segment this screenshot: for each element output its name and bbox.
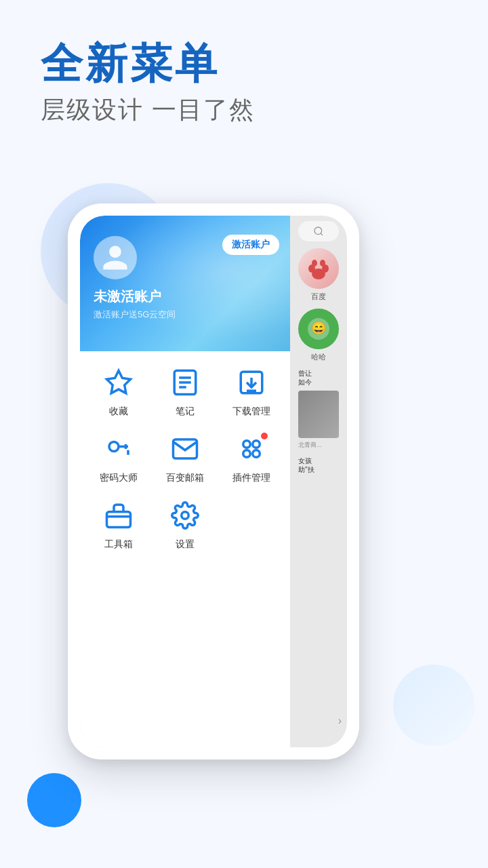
- notes-icon-wrap: [167, 365, 203, 400]
- news1-text: 曾让 如今: [298, 369, 339, 387]
- browser-panel: 百度 😄 哈哈 曾让 如今 北青商... 女孩 助"扶 ›: [290, 216, 347, 747]
- phone-outer: 激活账户 未激活账户 激活账户送5G云空间 收藏: [68, 203, 359, 760]
- favorites-label: 收藏: [109, 406, 128, 418]
- menu-panel: 激活账户 未激活账户 激活账户送5G云空间 收藏: [80, 216, 290, 747]
- phone-mockup: 激活账户 未激活账户 激活账户送5G云空间 收藏: [68, 203, 359, 760]
- svg-marker-0: [106, 371, 130, 393]
- haha-label: 哈哈: [311, 352, 326, 362]
- svg-point-14: [253, 441, 260, 448]
- bg-circle-bottom-right: [393, 665, 474, 746]
- svg-point-8: [109, 442, 119, 452]
- svg-point-19: [182, 512, 189, 519]
- email-label: 百变邮箱: [166, 472, 204, 484]
- activate-button[interactable]: 激活账户: [222, 235, 279, 255]
- avatar: [94, 236, 137, 279]
- svg-point-16: [253, 450, 260, 458]
- menu-item-download[interactable]: 下载管理: [220, 365, 283, 418]
- baidu-label: 百度: [311, 292, 326, 302]
- svg-point-20: [314, 227, 322, 235]
- password-icon-wrap: [101, 431, 136, 467]
- baidu-tab[interactable]: [298, 248, 339, 289]
- menu-item-toolbox[interactable]: 工具箱: [87, 498, 150, 551]
- download-icon-wrap: [234, 365, 269, 400]
- username: 未激活账户: [94, 288, 277, 306]
- settings-label: 设置: [176, 538, 195, 551]
- menu-item-favorites[interactable]: 收藏: [87, 365, 150, 418]
- password-label: 密码大师: [100, 472, 138, 484]
- menu-item-settings[interactable]: 设置: [153, 498, 216, 551]
- header-section: 全新菜单 层级设计 一目了然: [41, 41, 255, 127]
- menu-item-email[interactable]: 百变邮箱: [153, 431, 216, 484]
- profile-header: 激活账户 未激活账户 激活账户送5G云空间: [80, 216, 290, 351]
- news1-thumbnail: [298, 391, 339, 438]
- plugins-label: 插件管理: [232, 472, 270, 484]
- menu-grid: 收藏 笔记: [80, 351, 290, 564]
- main-title: 全新菜单: [41, 41, 255, 87]
- favorites-icon-wrap: [101, 365, 136, 400]
- browser-search[interactable]: [298, 221, 339, 241]
- toolbox-label: 工具箱: [104, 538, 133, 551]
- settings-icon-wrap: [167, 498, 203, 533]
- phone-screen: 激活账户 未激活账户 激活账户送5G云空间 收藏: [80, 216, 347, 747]
- user-desc: 激活账户送5G云空间: [94, 309, 277, 321]
- menu-item-plugins[interactable]: 插件管理: [220, 431, 283, 484]
- menu-item-password[interactable]: 密码大师: [87, 431, 150, 484]
- svg-point-13: [243, 441, 251, 448]
- haha-tab[interactable]: 😄: [298, 309, 339, 349]
- toolbox-icon-wrap: [101, 498, 136, 533]
- svg-point-15: [243, 450, 251, 458]
- svg-point-26: [320, 260, 325, 267]
- menu-item-notes[interactable]: 笔记: [153, 365, 216, 418]
- badge-dot: [261, 433, 268, 439]
- svg-line-21: [321, 233, 323, 235]
- chevron-right-icon: ›: [338, 715, 342, 727]
- svg-rect-17: [106, 512, 130, 528]
- news1-source: 北青商...: [298, 441, 339, 450]
- svg-point-25: [312, 260, 317, 267]
- sub-title: 层级设计 一目了然: [41, 94, 255, 127]
- bg-circle-bottom-left: [27, 773, 81, 827]
- svg-text:😄: 😄: [311, 321, 327, 336]
- download-label: 下载管理: [232, 406, 270, 418]
- email-icon-wrap: [167, 431, 203, 467]
- notes-label: 笔记: [176, 406, 195, 418]
- news2-text: 女孩 助"扶: [298, 456, 339, 474]
- plugins-icon-wrap: [234, 431, 269, 467]
